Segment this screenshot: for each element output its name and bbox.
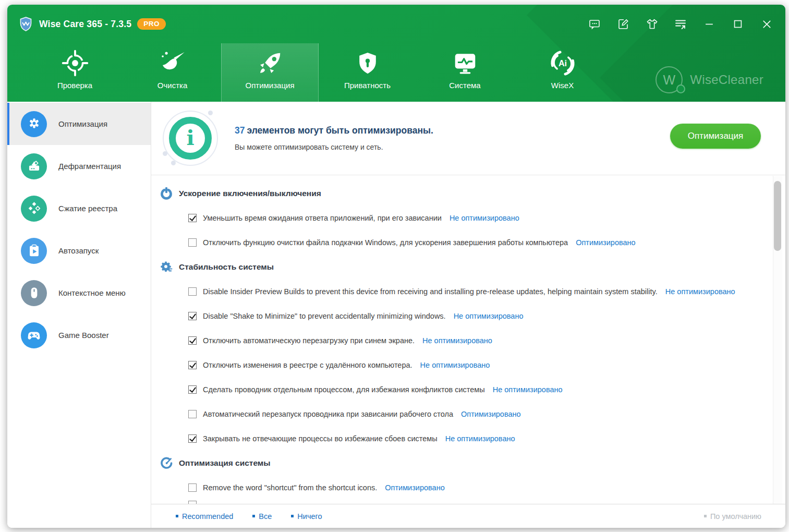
status-link[interactable]: Оптимизировано — [576, 238, 636, 247]
sidebar-item-label: Автозапуск — [58, 246, 99, 255]
checkbox[interactable] — [188, 501, 197, 504]
scrollbar-thumb[interactable] — [774, 181, 781, 251]
registry-compact-icon — [21, 196, 47, 222]
app-shield-logo — [19, 17, 33, 32]
optimizable-count: 37 — [235, 125, 245, 136]
sidebar: Оптимизация Дефрагментация Сжатие реестр… — [7, 102, 151, 528]
status-link[interactable]: Не оптимизировано — [450, 214, 519, 222]
filter-recommended-link[interactable]: Recommended — [176, 512, 233, 521]
tab-label: Система — [449, 81, 480, 90]
optimization-item: Сделать проводник отдельным процессом, д… — [160, 377, 785, 402]
gauge-icon — [160, 457, 173, 469]
item-text: Закрывать не отвечающие процессы во избе… — [203, 434, 438, 443]
checkbox[interactable] — [188, 287, 197, 296]
shield-keyhole-icon — [356, 49, 380, 78]
optimization-item: Отключить автоматическую перезагрузку пр… — [160, 328, 785, 353]
optimization-item: Отключить изменения в реестре с удалённо… — [160, 353, 785, 377]
section-title: Стабильность системы — [179, 262, 274, 272]
feedback-button[interactable] — [617, 18, 629, 30]
optimization-item — [160, 500, 785, 504]
minimize-button[interactable] — [703, 18, 715, 30]
checkbox[interactable] — [188, 483, 197, 492]
gears-icon — [160, 261, 173, 273]
summary-subtext: Вы можете оптимизировать систему и сеть. — [235, 143, 433, 151]
tab-cleanup[interactable]: Очистка — [124, 43, 221, 102]
checkbox[interactable] — [188, 361, 197, 369]
ai-swirl-icon: Ai — [549, 49, 576, 78]
sidebar-item-registry-compact[interactable]: Сжатие реестра — [7, 187, 151, 229]
optimization-item: Отключить функцию очистки файла подкачки… — [160, 230, 785, 255]
status-link[interactable]: Не оптимизировано — [493, 385, 563, 394]
status-link[interactable]: Оптимизировано — [385, 483, 445, 492]
menu-icon — [674, 18, 687, 30]
section-title: Оптимизация системы — [179, 458, 271, 468]
defaults-label: По умолчанию — [710, 512, 761, 521]
tab-system[interactable]: Система — [416, 43, 514, 102]
svg-text:Ai: Ai — [558, 58, 566, 68]
sidebar-item-label: Контекстное меню — [58, 288, 126, 297]
checkbox[interactable] — [188, 434, 197, 443]
theme-button[interactable] — [646, 18, 658, 30]
tab-wisex[interactable]: Ai WiseX — [514, 43, 611, 102]
rocket-icon — [257, 49, 283, 78]
tab-label: WiseX — [551, 81, 574, 90]
info-ring: i — [169, 117, 212, 160]
pro-badge: PRO — [137, 18, 166, 30]
app-title: Wise Care 365 - 7.3.5 — [39, 19, 131, 30]
checkbox[interactable] — [188, 385, 197, 394]
gamepad-icon — [21, 322, 47, 348]
item-text: Отключить функцию очистки файла подкачки… — [203, 238, 568, 247]
tab-label: Оптимизация — [245, 81, 294, 90]
status-link[interactable]: Оптимизировано — [461, 410, 521, 418]
footer-links: Recommended Все Ничего — [176, 512, 342, 521]
monitor-pulse-icon — [452, 49, 478, 78]
status-link[interactable]: Не оптимизировано — [422, 336, 492, 345]
item-text: Remove the word "shortcut" from the shor… — [203, 483, 377, 492]
tab-privacy[interactable]: Приватность — [319, 43, 416, 102]
tab-label: Очистка — [157, 81, 187, 90]
sidebar-item-defrag[interactable]: Дефрагментация — [7, 145, 151, 187]
summary-headline-text: элементов могут быть оптимизированы. — [247, 125, 433, 136]
status-link[interactable]: Не оптимизировано — [420, 361, 490, 369]
tab-optimization[interactable]: Оптимизация — [221, 43, 319, 102]
sidebar-item-game-booster[interactable]: Game Booster — [7, 314, 151, 356]
defaults-link[interactable]: По умолчанию — [704, 512, 761, 521]
optimization-item: Уменьшить время ожидания ответа приложен… — [160, 205, 785, 230]
maximize-button[interactable] — [732, 18, 744, 30]
summary-bar: i 37элементов могут быть оптимизированы.… — [151, 102, 785, 175]
status-link[interactable]: Не оптимизировано — [445, 434, 515, 443]
sidebar-item-startup[interactable]: Автозапуск — [7, 229, 151, 272]
minimize-icon — [703, 18, 715, 30]
status-link[interactable]: Не оптимизировано — [665, 287, 735, 296]
sidebar-item-context-menu[interactable]: Контекстное меню — [7, 272, 151, 314]
status-link[interactable]: Не оптимизировано — [454, 312, 524, 320]
message-button[interactable] — [588, 18, 601, 30]
app-window: Wise Care 365 - 7.3.5 PRO Проверка Очист… — [7, 5, 785, 528]
item-text: Сделать проводник отдельным процессом, д… — [203, 385, 485, 394]
app-body: Оптимизация Дефрагментация Сжатие реестр… — [7, 102, 785, 528]
item-text: Disable Insider Preview Builds to preven… — [203, 287, 658, 296]
gear-flower-icon — [21, 111, 47, 137]
menu-button[interactable] — [674, 18, 687, 30]
filter-all-link[interactable]: Все — [252, 512, 272, 521]
bullet-icon — [176, 515, 178, 517]
checkbox[interactable] — [188, 336, 197, 345]
section-header: Оптимизация системы — [160, 451, 785, 475]
optimize-button[interactable]: Оптимизация — [670, 124, 761, 149]
checkbox[interactable] — [188, 238, 197, 247]
main-nav-tabs: Проверка Очистка Оптимизация Приватность… — [26, 43, 785, 102]
summary-headline: 37элементов могут быть оптимизированы. — [235, 125, 433, 136]
bullet-icon — [704, 515, 707, 517]
optimization-item: Disable "Shake to Minimize" to prevent a… — [160, 304, 785, 328]
checkbox[interactable] — [188, 410, 197, 418]
checkbox[interactable] — [188, 312, 197, 320]
tab-label: Проверка — [57, 81, 92, 90]
power-icon — [160, 187, 173, 200]
sidebar-item-optimization[interactable]: Оптимизация — [7, 103, 151, 145]
scrollbar-track[interactable] — [773, 176, 782, 504]
filter-none-link[interactable]: Ничего — [291, 512, 322, 521]
checkbox[interactable] — [188, 214, 197, 222]
tab-checkup[interactable]: Проверка — [26, 43, 124, 102]
info-icon: i — [163, 111, 218, 166]
close-button[interactable] — [760, 18, 773, 30]
